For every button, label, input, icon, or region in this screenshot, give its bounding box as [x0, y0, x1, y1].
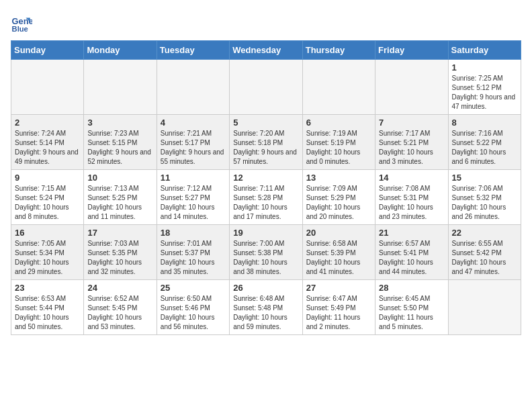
day-number: 15 — [452, 173, 517, 183]
day-cell: 16Sunrise: 7:05 AM Sunset: 5:34 PM Dayli… — [11, 225, 84, 280]
day-number: 8 — [452, 118, 517, 128]
day-number: 3 — [87, 118, 152, 128]
svg-text:Blue: Blue — [12, 25, 28, 33]
logo-icon: General Blue — [11, 13, 32, 35]
day-number: 9 — [15, 173, 80, 183]
day-cell: 9Sunrise: 7:15 AM Sunset: 5:24 PM Daylig… — [11, 170, 84, 225]
day-cell — [448, 280, 521, 335]
day-info: Sunrise: 7:20 AM Sunset: 5:18 PM Dayligh… — [233, 129, 298, 167]
day-cell: 8Sunrise: 7:16 AM Sunset: 5:22 PM Daylig… — [448, 115, 521, 170]
weekday-header-friday: Friday — [375, 41, 448, 60]
day-cell: 2Sunrise: 7:24 AM Sunset: 5:14 PM Daylig… — [11, 115, 84, 170]
day-number: 27 — [306, 283, 371, 293]
day-info: Sunrise: 6:57 AM Sunset: 5:41 PM Dayligh… — [379, 239, 444, 277]
day-info: Sunrise: 6:53 AM Sunset: 5:44 PM Dayligh… — [15, 294, 80, 332]
day-number: 20 — [306, 228, 371, 238]
day-number: 16 — [15, 228, 80, 238]
day-number: 7 — [379, 118, 444, 128]
day-number: 1 — [452, 62, 517, 73]
day-cell: 13Sunrise: 7:09 AM Sunset: 5:29 PM Dayli… — [302, 170, 375, 225]
day-info: Sunrise: 7:17 AM Sunset: 5:21 PM Dayligh… — [379, 129, 444, 167]
day-info: Sunrise: 6:58 AM Sunset: 5:39 PM Dayligh… — [306, 239, 371, 277]
day-info: Sunrise: 7:00 AM Sunset: 5:38 PM Dayligh… — [233, 239, 298, 277]
day-cell: 22Sunrise: 6:55 AM Sunset: 5:42 PM Dayli… — [448, 225, 521, 280]
day-number: 28 — [379, 283, 444, 293]
day-cell: 7Sunrise: 7:17 AM Sunset: 5:21 PM Daylig… — [375, 115, 448, 170]
day-info: Sunrise: 6:50 AM Sunset: 5:46 PM Dayligh… — [161, 294, 226, 332]
day-cell: 14Sunrise: 7:08 AM Sunset: 5:31 PM Dayli… — [375, 170, 448, 225]
weekday-header-sunday: Sunday — [11, 41, 84, 60]
day-cell: 10Sunrise: 7:13 AM Sunset: 5:25 PM Dayli… — [84, 170, 157, 225]
day-cell: 6Sunrise: 7:19 AM Sunset: 5:19 PM Daylig… — [302, 115, 375, 170]
day-cell: 20Sunrise: 6:58 AM Sunset: 5:39 PM Dayli… — [302, 225, 375, 280]
day-cell: 3Sunrise: 7:23 AM Sunset: 5:15 PM Daylig… — [84, 115, 157, 170]
day-cell — [157, 60, 229, 115]
day-number: 18 — [161, 228, 226, 238]
day-number: 13 — [306, 173, 371, 183]
week-row-1: 1Sunrise: 7:25 AM Sunset: 5:12 PM Daylig… — [11, 60, 521, 115]
day-info: Sunrise: 6:52 AM Sunset: 5:45 PM Dayligh… — [87, 294, 152, 332]
day-cell: 25Sunrise: 6:50 AM Sunset: 5:46 PM Dayli… — [157, 280, 229, 335]
day-number: 6 — [306, 118, 371, 128]
day-number: 21 — [379, 228, 444, 238]
day-info: Sunrise: 7:12 AM Sunset: 5:27 PM Dayligh… — [161, 184, 226, 222]
day-info: Sunrise: 7:11 AM Sunset: 5:28 PM Dayligh… — [233, 184, 298, 222]
day-info: Sunrise: 7:08 AM Sunset: 5:31 PM Dayligh… — [379, 184, 444, 222]
calendar-table: SundayMondayTuesdayWednesdayThursdayFrid… — [11, 40, 521, 335]
day-cell: 21Sunrise: 6:57 AM Sunset: 5:41 PM Dayli… — [375, 225, 448, 280]
logo: General Blue — [11, 13, 35, 35]
weekday-header-monday: Monday — [84, 41, 157, 60]
day-cell: 28Sunrise: 6:45 AM Sunset: 5:50 PM Dayli… — [375, 280, 448, 335]
day-cell: 15Sunrise: 7:06 AM Sunset: 5:32 PM Dayli… — [448, 170, 521, 225]
day-number: 2 — [15, 118, 80, 128]
day-cell: 23Sunrise: 6:53 AM Sunset: 5:44 PM Dayli… — [11, 280, 84, 335]
day-info: Sunrise: 7:01 AM Sunset: 5:37 PM Dayligh… — [161, 239, 226, 277]
day-cell — [230, 60, 302, 115]
day-cell: 24Sunrise: 6:52 AM Sunset: 5:45 PM Dayli… — [84, 280, 157, 335]
day-cell: 19Sunrise: 7:00 AM Sunset: 5:38 PM Dayli… — [230, 225, 302, 280]
day-info: Sunrise: 7:24 AM Sunset: 5:14 PM Dayligh… — [15, 129, 80, 167]
day-info: Sunrise: 7:13 AM Sunset: 5:25 PM Dayligh… — [87, 184, 152, 222]
day-info: Sunrise: 6:55 AM Sunset: 5:42 PM Dayligh… — [452, 239, 517, 277]
weekday-header-row: SundayMondayTuesdayWednesdayThursdayFrid… — [11, 41, 521, 60]
day-cell: 11Sunrise: 7:12 AM Sunset: 5:27 PM Dayli… — [157, 170, 229, 225]
day-info: Sunrise: 7:15 AM Sunset: 5:24 PM Dayligh… — [15, 184, 80, 222]
day-cell — [375, 60, 448, 115]
day-number: 17 — [87, 228, 152, 238]
day-number: 12 — [233, 173, 298, 183]
day-info: Sunrise: 7:23 AM Sunset: 5:15 PM Dayligh… — [87, 129, 152, 167]
day-number: 5 — [233, 118, 298, 128]
day-cell: 4Sunrise: 7:21 AM Sunset: 5:17 PM Daylig… — [157, 115, 229, 170]
day-cell: 12Sunrise: 7:11 AM Sunset: 5:28 PM Dayli… — [230, 170, 302, 225]
day-number: 4 — [161, 118, 226, 128]
day-cell: 18Sunrise: 7:01 AM Sunset: 5:37 PM Dayli… — [157, 225, 229, 280]
day-cell — [84, 60, 157, 115]
day-info: Sunrise: 7:25 AM Sunset: 5:12 PM Dayligh… — [452, 74, 517, 111]
day-number: 24 — [87, 283, 152, 293]
day-info: Sunrise: 7:05 AM Sunset: 5:34 PM Dayligh… — [15, 239, 80, 277]
week-row-3: 9Sunrise: 7:15 AM Sunset: 5:24 PM Daylig… — [11, 170, 521, 225]
day-info: Sunrise: 7:09 AM Sunset: 5:29 PM Dayligh… — [306, 184, 371, 222]
day-number: 19 — [233, 228, 298, 238]
day-info: Sunrise: 7:03 AM Sunset: 5:35 PM Dayligh… — [87, 239, 152, 277]
day-info: Sunrise: 6:45 AM Sunset: 5:50 PM Dayligh… — [379, 294, 444, 332]
day-cell: 26Sunrise: 6:48 AM Sunset: 5:48 PM Dayli… — [230, 280, 302, 335]
day-cell — [11, 60, 84, 115]
day-info: Sunrise: 6:48 AM Sunset: 5:48 PM Dayligh… — [233, 294, 298, 332]
day-number: 23 — [15, 283, 80, 293]
day-number: 11 — [161, 173, 226, 183]
day-info: Sunrise: 7:06 AM Sunset: 5:32 PM Dayligh… — [452, 184, 517, 222]
day-number: 10 — [87, 173, 152, 183]
day-info: Sunrise: 7:21 AM Sunset: 5:17 PM Dayligh… — [161, 129, 226, 167]
day-cell: 27Sunrise: 6:47 AM Sunset: 5:49 PM Dayli… — [302, 280, 375, 335]
weekday-header-wednesday: Wednesday — [230, 41, 302, 60]
day-info: Sunrise: 7:16 AM Sunset: 5:22 PM Dayligh… — [452, 129, 517, 167]
day-cell: 1Sunrise: 7:25 AM Sunset: 5:12 PM Daylig… — [448, 60, 521, 115]
weekday-header-thursday: Thursday — [302, 41, 375, 60]
week-row-5: 23Sunrise: 6:53 AM Sunset: 5:44 PM Dayli… — [11, 280, 521, 335]
page-header: General Blue — [11, 11, 521, 35]
day-cell: 17Sunrise: 7:03 AM Sunset: 5:35 PM Dayli… — [84, 225, 157, 280]
day-number: 26 — [233, 283, 298, 293]
weekday-header-saturday: Saturday — [448, 41, 521, 60]
day-info: Sunrise: 6:47 AM Sunset: 5:49 PM Dayligh… — [306, 294, 371, 332]
